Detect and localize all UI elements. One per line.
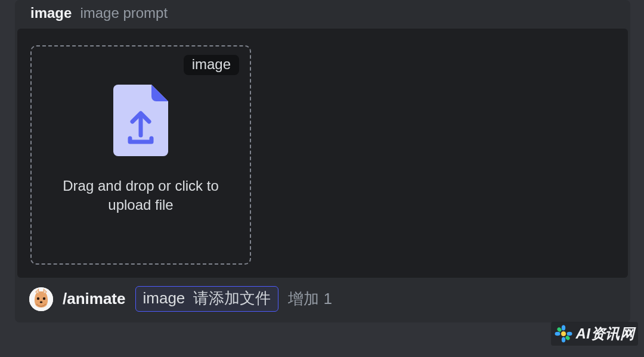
dropzone-badge: image: [184, 55, 239, 75]
param-name: image: [143, 289, 185, 308]
command-panel: image image prompt image Drag and drop o…: [15, 0, 630, 322]
svg-point-13: [566, 332, 572, 336]
composer-row: /animate image 请添加文件 增加 1: [15, 278, 630, 322]
param-chip[interactable]: image 请添加文件: [135, 286, 279, 312]
watermark-logo-icon: [555, 325, 572, 343]
svg-point-10: [561, 325, 565, 331]
dropzone-hint: Drag and drop or click to upload file: [51, 176, 230, 215]
svg-point-6: [37, 297, 39, 299]
svg-point-11: [561, 337, 565, 343]
param-value: 请添加文件: [193, 288, 271, 309]
upload-file-icon: [113, 85, 168, 159]
avatar[interactable]: [29, 287, 53, 311]
watermark-text: AI资讯网: [576, 324, 635, 343]
svg-point-9: [561, 331, 566, 336]
panel-body: image Drag and drop or click to upload f…: [17, 29, 628, 278]
svg-point-12: [555, 332, 560, 336]
command-name[interactable]: /animate: [63, 290, 126, 308]
svg-point-8: [40, 301, 43, 303]
panel-header-subtitle: image prompt: [80, 5, 168, 21]
upload-dropzone[interactable]: image Drag and drop or click to upload f…: [30, 45, 251, 265]
panel-header: image image prompt: [15, 0, 630, 26]
panel-header-title: image: [30, 5, 72, 21]
svg-point-14: [556, 327, 562, 333]
svg-point-15: [565, 335, 571, 341]
watermark: AI资讯网: [551, 322, 639, 346]
add-more-option[interactable]: 增加 1: [288, 288, 332, 309]
svg-point-7: [43, 297, 45, 299]
